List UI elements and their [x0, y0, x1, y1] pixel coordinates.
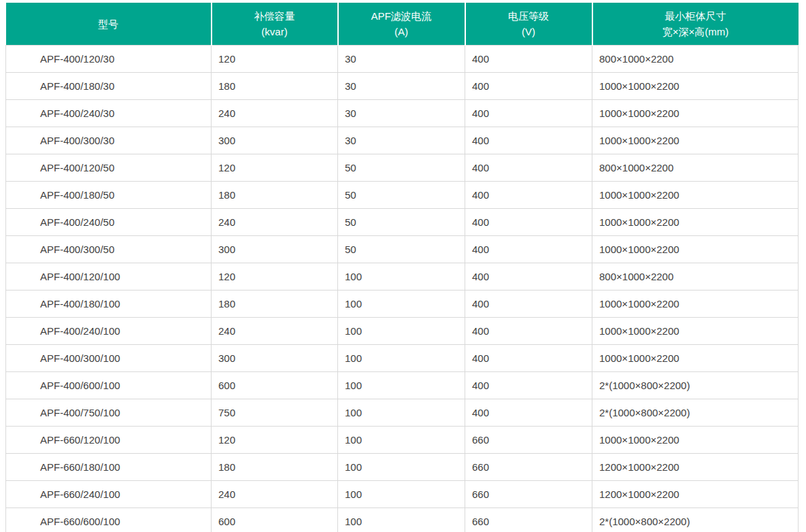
dimensions-cell: 1000×1000×2200 — [592, 182, 799, 209]
current-cell: 30 — [338, 73, 465, 100]
current-cell: 30 — [338, 100, 465, 127]
table-header-row: 型号 补偿容量 (kvar) APF滤波电流 (A) 电压等级 (V) 最小柜体… — [6, 3, 799, 46]
voltage-cell: 400 — [465, 236, 592, 263]
voltage-cell: 400 — [465, 154, 592, 182]
current-cell: 50 — [338, 182, 465, 209]
capacity-cell: 180 — [212, 454, 338, 481]
current-cell: 50 — [338, 154, 465, 182]
dimensions-cell: 1000×1000×2200 — [592, 100, 799, 127]
dimensions-cell: 1000×1000×2200 — [592, 127, 799, 154]
model-cell: APF-660/600/100 — [6, 508, 212, 532]
current-cell: 100 — [338, 481, 465, 508]
dimensions-cell: 1000×1000×2200 — [592, 236, 799, 263]
model-cell: APF-400/300/100 — [6, 345, 212, 372]
table-row: APF-400/300/100 300 100 400 1000×1000×22… — [6, 345, 799, 372]
voltage-cell: 400 — [465, 263, 592, 290]
table-row: APF-400/180/50 180 50 400 1000×1000×2200 — [6, 182, 799, 209]
current-cell: 50 — [338, 236, 465, 263]
voltage-cell: 400 — [465, 399, 592, 427]
current-cell: 100 — [338, 372, 465, 399]
capacity-cell: 120 — [212, 46, 338, 73]
capacity-cell: 240 — [212, 318, 338, 345]
dimensions-cell: 2*(1000×800×2200) — [592, 399, 799, 427]
model-cell: APF-660/240/100 — [6, 481, 212, 508]
header-label: 补偿容量 — [212, 8, 337, 24]
spec-table-container: 型号 补偿容量 (kvar) APF滤波电流 (A) 电压等级 (V) 最小柜体… — [0, 0, 806, 532]
table-row: APF-400/240/30 240 30 400 1000×1000×2200 — [6, 100, 799, 127]
capacity-cell: 600 — [212, 508, 338, 532]
dimensions-cell: 1200×1000×2200 — [592, 481, 799, 508]
header-unit: 宽×深×高(mm) — [593, 24, 799, 39]
header-cell-capacity: 补偿容量 (kvar) — [212, 3, 338, 46]
header-unit: (V) — [466, 24, 592, 39]
voltage-cell: 400 — [465, 100, 592, 127]
header-unit: (kvar) — [212, 24, 337, 39]
voltage-cell: 400 — [465, 127, 592, 154]
model-cell: APF-400/240/50 — [6, 209, 212, 236]
table-row: APF-400/120/30 120 30 400 800×1000×2200 — [6, 46, 799, 73]
capacity-cell: 300 — [212, 345, 338, 372]
table-row: APF-400/750/100 750 100 400 2*(1000×800×… — [6, 399, 799, 427]
model-cell: APF-400/300/50 — [6, 236, 212, 263]
header-cell-dimensions: 最小柜体尺寸 宽×深×高(mm) — [592, 3, 799, 46]
dimensions-cell: 1200×1000×2200 — [592, 454, 799, 481]
voltage-cell: 400 — [465, 290, 592, 318]
header-cell-filter-current: APF滤波电流 (A) — [338, 3, 465, 46]
model-cell: APF-400/180/50 — [6, 182, 212, 209]
table-row: APF-660/180/100 180 100 660 1200×1000×22… — [6, 454, 799, 481]
capacity-cell: 240 — [212, 100, 338, 127]
model-cell: APF-400/180/30 — [6, 73, 212, 100]
voltage-cell: 400 — [465, 73, 592, 100]
header-label: 最小柜体尺寸 — [593, 8, 799, 24]
voltage-cell: 400 — [465, 46, 592, 73]
current-cell: 100 — [338, 508, 465, 532]
capacity-cell: 120 — [212, 263, 338, 290]
dimensions-cell: 1000×1000×2200 — [592, 290, 799, 318]
capacity-cell: 120 — [212, 154, 338, 182]
table-row: APF-400/300/30 300 30 400 1000×1000×2200 — [6, 127, 799, 154]
table-row: APF-400/120/50 120 50 400 800×1000×2200 — [6, 154, 799, 182]
model-cell: APF-660/180/100 — [6, 454, 212, 481]
current-cell: 100 — [338, 263, 465, 290]
table-row: APF-400/600/100 600 100 400 2*(1000×800×… — [6, 372, 799, 399]
table-body: APF-400/120/30 120 30 400 800×1000×2200 … — [6, 46, 799, 532]
dimensions-cell: 800×1000×2200 — [592, 46, 799, 73]
model-cell: APF-400/120/100 — [6, 263, 212, 290]
dimensions-cell: 1000×1000×2200 — [592, 209, 799, 236]
dimensions-cell: 800×1000×2200 — [592, 154, 799, 182]
capacity-cell: 180 — [212, 290, 338, 318]
model-cell: APF-400/240/100 — [6, 318, 212, 345]
voltage-cell: 400 — [465, 372, 592, 399]
table-row: APF-400/240/100 240 100 400 1000×1000×22… — [6, 318, 799, 345]
current-cell: 100 — [338, 345, 465, 372]
voltage-cell: 400 — [465, 182, 592, 209]
voltage-cell: 400 — [465, 345, 592, 372]
dimensions-cell: 1000×1000×2200 — [592, 345, 799, 372]
voltage-cell: 660 — [465, 481, 592, 508]
apf-spec-table: 型号 补偿容量 (kvar) APF滤波电流 (A) 电压等级 (V) 最小柜体… — [5, 3, 799, 532]
table-row: APF-660/240/100 240 100 660 1200×1000×22… — [6, 481, 799, 508]
current-cell: 30 — [338, 127, 465, 154]
header-unit: (A) — [339, 24, 465, 39]
capacity-cell: 120 — [212, 427, 338, 454]
voltage-cell: 660 — [465, 427, 592, 454]
model-cell: APF-400/120/50 — [6, 154, 212, 182]
voltage-cell: 660 — [465, 454, 592, 481]
table-row: APF-660/600/100 600 100 660 2*(1000×800×… — [6, 508, 799, 532]
header-cell-voltage: 电压等级 (V) — [465, 3, 592, 46]
model-cell: APF-400/240/30 — [6, 100, 212, 127]
dimensions-cell: 1000×1000×2200 — [592, 318, 799, 345]
dimensions-cell: 1000×1000×2200 — [592, 73, 799, 100]
voltage-cell: 660 — [465, 508, 592, 532]
capacity-cell: 300 — [212, 127, 338, 154]
capacity-cell: 240 — [212, 209, 338, 236]
table-row: APF-400/120/100 120 100 400 800×1000×220… — [6, 263, 799, 290]
voltage-cell: 400 — [465, 318, 592, 345]
table-row: APF-400/180/30 180 30 400 1000×1000×2200 — [6, 73, 799, 100]
dimensions-cell: 2*(1000×800×2200) — [592, 372, 799, 399]
table-row: APF-400/180/100 180 100 400 1000×1000×22… — [6, 290, 799, 318]
dimensions-cell: 1000×1000×2200 — [592, 427, 799, 454]
capacity-cell: 300 — [212, 236, 338, 263]
current-cell: 100 — [338, 454, 465, 481]
voltage-cell: 400 — [465, 209, 592, 236]
